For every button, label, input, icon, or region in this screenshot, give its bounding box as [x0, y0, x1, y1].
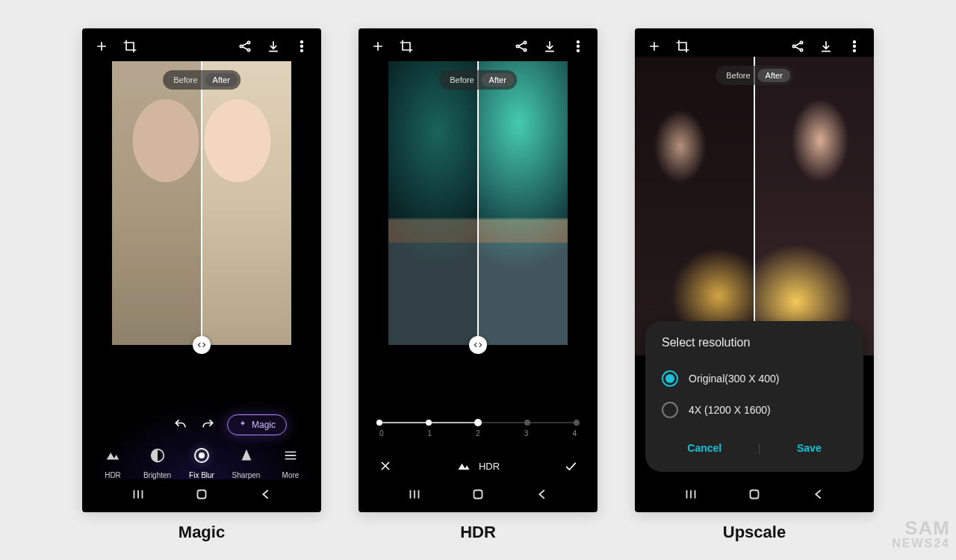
- nav-recents-icon[interactable]: [683, 486, 699, 503]
- confirm-row: HDR: [358, 458, 598, 473]
- add-icon[interactable]: [94, 39, 109, 54]
- svg-point-5: [301, 50, 303, 52]
- magic-button[interactable]: Magic: [227, 414, 287, 435]
- nav-back-icon[interactable]: [810, 486, 827, 503]
- crop-icon[interactable]: [399, 39, 414, 54]
- confirm-icon[interactable]: [563, 458, 578, 473]
- hdr-chip-label: HDR: [479, 461, 500, 472]
- system-nav-bar: [358, 482, 598, 506]
- download-icon[interactable]: [266, 39, 281, 54]
- add-icon[interactable]: [647, 39, 662, 54]
- svg-point-3: [301, 41, 303, 43]
- share-icon[interactable]: [238, 39, 252, 54]
- compare-handle-icon[interactable]: [193, 336, 211, 354]
- share-icon[interactable]: [514, 39, 529, 54]
- after-label[interactable]: After: [205, 73, 238, 87]
- crop-icon[interactable]: [675, 39, 690, 54]
- radio-unchecked-icon[interactable]: [662, 402, 678, 418]
- tool-brighten[interactable]: Brighten: [137, 446, 178, 479]
- intensity-slider[interactable]: 0 1 2 3 4: [358, 422, 598, 438]
- caption-hdr: HDR: [358, 523, 598, 542]
- add-icon[interactable]: [370, 39, 385, 54]
- sharpen-icon: [237, 446, 256, 465]
- more-menu-icon: [281, 446, 300, 465]
- more-vert-icon[interactable]: [847, 39, 862, 54]
- undo-icon[interactable]: [173, 417, 188, 432]
- before-label[interactable]: Before: [718, 69, 757, 82]
- watermark: SAM NEWS24: [892, 518, 950, 550]
- caption-magic: Magic: [82, 523, 321, 542]
- option-4x[interactable]: 4X (1200 X 1600): [662, 394, 847, 426]
- svg-rect-9: [198, 491, 206, 499]
- before-after-toggle[interactable]: Before After: [163, 70, 240, 90]
- photo-before: [112, 61, 202, 345]
- more-vert-icon[interactable]: [571, 39, 586, 54]
- slider-label-0: 0: [379, 429, 384, 438]
- hdr-icon: [103, 446, 122, 465]
- compare-handle-icon[interactable]: [469, 336, 487, 354]
- cancel-button[interactable]: Cancel: [672, 436, 736, 460]
- option-4x-label: 4X (1200 X 1600): [689, 404, 771, 416]
- download-icon[interactable]: [542, 39, 557, 54]
- photo-after: [478, 61, 568, 345]
- compare-divider[interactable]: [201, 61, 202, 345]
- svg-point-13: [577, 41, 580, 43]
- nav-back-icon[interactable]: [258, 486, 274, 503]
- svg-point-21: [854, 46, 856, 48]
- compare-viewport[interactable]: Before After: [635, 57, 874, 355]
- before-label[interactable]: Before: [442, 73, 481, 87]
- radio-checked-icon[interactable]: [662, 370, 678, 387]
- before-label[interactable]: Before: [166, 73, 205, 87]
- tool-sharpen[interactable]: Sharpen: [226, 446, 267, 479]
- tool-sharpen-label: Sharpen: [232, 471, 261, 479]
- nav-home-icon[interactable]: [746, 486, 763, 503]
- svg-point-20: [854, 41, 856, 43]
- after-label[interactable]: After: [758, 69, 790, 82]
- compare-viewport[interactable]: Before After: [112, 61, 291, 345]
- svg-point-15: [577, 50, 580, 52]
- cancel-icon[interactable]: [378, 458, 393, 473]
- nav-recents-icon[interactable]: [406, 486, 423, 503]
- photo-before: [635, 57, 754, 355]
- svg-point-17: [792, 45, 795, 47]
- slider-labels: 0 1 2 3 4: [379, 429, 577, 438]
- svg-rect-16: [474, 491, 482, 499]
- brighten-icon: [148, 446, 167, 465]
- fix-blur-icon: [192, 446, 211, 465]
- option-original[interactable]: Original(300 X 400): [662, 363, 847, 394]
- hdr-chip: HDR: [456, 458, 500, 473]
- system-nav-bar: [82, 482, 321, 506]
- nav-back-icon[interactable]: [534, 486, 550, 503]
- slider-track[interactable]: [379, 422, 577, 423]
- stage: Before After Magic HDR: [0, 0, 956, 560]
- svg-point-8: [199, 452, 205, 458]
- share-icon[interactable]: [790, 39, 805, 54]
- after-label[interactable]: After: [482, 73, 514, 87]
- compare-divider[interactable]: [754, 57, 755, 355]
- svg-point-0: [240, 45, 242, 47]
- crop-icon[interactable]: [122, 39, 137, 54]
- photo-after: [202, 61, 291, 345]
- resolution-dialog: Select resolution Original(300 X 400) 4X…: [645, 321, 863, 472]
- top-action-bar: [82, 28, 321, 61]
- nav-recents-icon[interactable]: [130, 486, 146, 503]
- watermark-line1: SAM: [892, 518, 950, 538]
- svg-point-19: [800, 49, 802, 51]
- download-icon[interactable]: [819, 39, 834, 54]
- compare-viewport[interactable]: Before After: [388, 61, 568, 345]
- svg-rect-23: [751, 491, 759, 499]
- tool-hdr[interactable]: HDR: [93, 446, 133, 479]
- more-vert-icon[interactable]: [294, 39, 309, 54]
- nav-home-icon[interactable]: [193, 486, 210, 503]
- before-after-toggle[interactable]: Before After: [716, 66, 793, 85]
- tool-fix-blur[interactable]: Fix Blur: [181, 446, 222, 479]
- nav-home-icon[interactable]: [470, 486, 486, 503]
- save-button[interactable]: Save: [782, 436, 836, 460]
- compare-divider[interactable]: [477, 61, 479, 345]
- before-after-toggle[interactable]: Before After: [439, 70, 517, 90]
- svg-point-4: [301, 46, 303, 48]
- tool-more[interactable]: More: [270, 446, 311, 479]
- action-separator: |: [758, 442, 761, 454]
- svg-point-22: [854, 50, 856, 52]
- redo-icon[interactable]: [200, 417, 215, 432]
